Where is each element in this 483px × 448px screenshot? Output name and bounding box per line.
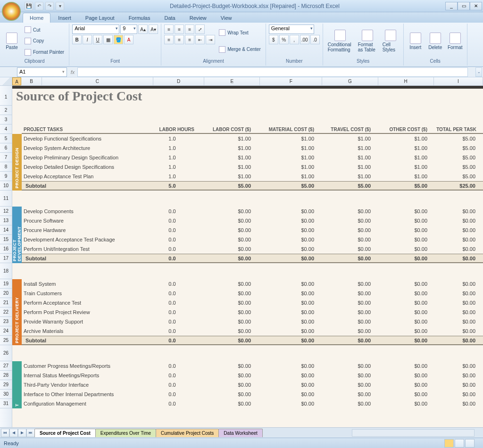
cell-mc[interactable]: $0.00 [255, 363, 318, 369]
col-header-A[interactable]: A [12, 77, 22, 85]
cell-oc[interactable]: $0.00 [375, 382, 431, 388]
cell-tc[interactable]: $0.00 [318, 256, 375, 261]
cell-lh[interactable]: 0.0 [146, 208, 198, 214]
cell-oc[interactable]: $0.00 [375, 227, 431, 233]
cell-task[interactable]: Internal Status Meetings/Reports [22, 373, 146, 378]
cell-oc[interactable]: $0.00 [375, 373, 431, 378]
merge-center-button[interactable]: Merge & Center [217, 46, 263, 53]
cell-lc[interactable]: LABOR COST ($) [198, 127, 255, 132]
cell-oc[interactable]: $1.00 [375, 174, 431, 179]
row-header[interactable]: 6 [0, 143, 12, 153]
cell-tc[interactable]: $0.00 [318, 338, 375, 343]
sheet-nav-prev[interactable]: ◀ [9, 429, 18, 437]
cell-lh[interactable]: 0.0 [146, 338, 198, 343]
cell-task[interactable]: Perform Post Project Review [22, 309, 146, 315]
cell-task[interactable]: Subtotal [22, 256, 146, 261]
cell-lh[interactable]: 1.0 [146, 145, 198, 151]
cell-task[interactable]: Provide Warranty Support [22, 319, 146, 324]
cell-mc[interactable]: $1.00 [255, 155, 318, 160]
cell-oc[interactable]: $1.00 [375, 136, 431, 141]
row-header[interactable]: 23 [0, 317, 12, 326]
cell-tot[interactable]: $5.00 [431, 136, 480, 141]
tab-insert[interactable]: Insert [51, 13, 78, 23]
cell-task[interactable]: Subtotal [22, 338, 146, 343]
cell-task[interactable]: Development Acceptance Test Package [22, 237, 146, 242]
cell-mc[interactable]: $0.00 [255, 237, 318, 242]
cell-task[interactable]: Develop System Architecture [22, 145, 146, 151]
save-icon[interactable]: 💾 [25, 2, 33, 10]
cell-tc[interactable]: $1.00 [318, 164, 375, 170]
cell-tot[interactable]: $0.00 [431, 309, 480, 315]
cell-oc[interactable]: $0.00 [375, 246, 431, 252]
cell-oc[interactable]: $0.00 [375, 208, 431, 214]
row-header[interactable]: 21 [0, 298, 12, 307]
insert-cells-button[interactable]: Insert [407, 25, 425, 58]
cell-oc[interactable]: $1.00 [375, 145, 431, 151]
format-as-table-button[interactable]: Format as Table [356, 25, 379, 58]
col-header-D[interactable]: D [153, 77, 204, 85]
cell-oc[interactable]: $0.00 [375, 300, 431, 306]
cell-oc[interactable]: $0.00 [375, 401, 431, 407]
row-header[interactable]: 22 [0, 307, 12, 317]
col-header-C[interactable]: C [42, 77, 153, 85]
cell-task[interactable]: Install System [22, 281, 146, 287]
cell-tc[interactable]: $0.00 [318, 382, 375, 388]
cell-tc[interactable]: $0.00 [318, 208, 375, 214]
grow-font-button[interactable]: A▴ [138, 25, 148, 34]
cell-tc[interactable]: $5.00 [318, 183, 375, 189]
cell-mc[interactable]: $0.00 [255, 300, 318, 306]
row-header[interactable]: 28 [0, 371, 12, 380]
cell-mc[interactable]: $0.00 [255, 256, 318, 261]
cell-tc[interactable]: $0.00 [318, 401, 375, 407]
cell-oc[interactable]: $1.00 [375, 155, 431, 160]
cell-mc[interactable]: $0.00 [255, 246, 318, 252]
cell-mc[interactable]: $0.00 [255, 281, 318, 287]
cell-lc[interactable]: $0.00 [198, 319, 255, 324]
cell-tot[interactable]: $0.00 [431, 338, 480, 343]
cell-tot[interactable]: $0.00 [431, 363, 480, 369]
format-painter-button[interactable]: Format Painter [23, 49, 66, 56]
format-cells-button[interactable]: Format [446, 25, 464, 58]
row-header[interactable]: 5 [0, 134, 12, 143]
cell-lc[interactable]: $1.00 [198, 136, 255, 141]
cell-mc[interactable]: $0.00 [255, 208, 318, 214]
sheet-tab[interactable]: Cumulative Project Costs [156, 429, 219, 437]
cell-mc[interactable]: $0.00 [255, 391, 318, 397]
sheet-nav-first[interactable]: ⏮ [1, 429, 9, 437]
row-header[interactable]: 1 [0, 89, 12, 106]
bold-button[interactable]: B [72, 35, 82, 44]
cell-mc[interactable]: $1.00 [255, 136, 318, 141]
cell-oc[interactable]: $5.00 [375, 183, 431, 189]
cell-lc[interactable]: $0.00 [198, 237, 255, 242]
cell-lh[interactable]: 0.0 [146, 281, 198, 287]
cell-tot[interactable]: $0.00 [431, 300, 480, 306]
fill-color-button[interactable]: 🪣 [114, 35, 123, 44]
cell-task[interactable]: Customer Progress Meetings/Reports [22, 363, 146, 369]
font-name-combo[interactable]: Arial [72, 25, 119, 34]
cell-oc[interactable]: $0.00 [375, 218, 431, 224]
cell-task[interactable]: Procure Software [22, 218, 146, 224]
cell-lh[interactable]: 1.0 [146, 174, 198, 179]
cell-task[interactable]: Archive Materials [22, 328, 146, 334]
cell-tot[interactable]: $5.00 [431, 155, 480, 160]
cell-oc[interactable]: $0.00 [375, 391, 431, 397]
cell-lh[interactable]: 0.0 [146, 319, 198, 324]
cell-lh[interactable]: LABOR HOURS [146, 127, 198, 132]
row-header[interactable]: 31 [0, 399, 12, 408]
cell-mc[interactable]: $0.00 [255, 382, 318, 388]
row-header[interactable]: 19 [0, 279, 12, 289]
row-header[interactable]: 9 [0, 172, 12, 181]
cell-lc[interactable]: $5.00 [198, 183, 255, 189]
cell-lh[interactable]: 1.0 [146, 155, 198, 160]
row-header[interactable]: 24 [0, 326, 12, 336]
cell-tot[interactable]: $0.00 [431, 391, 480, 397]
cell-tc[interactable]: $0.00 [318, 300, 375, 306]
cell-tc[interactable]: $1.00 [318, 136, 375, 141]
cell-task[interactable]: Train Customers [22, 290, 146, 296]
cell-task[interactable]: Develop Detailed Design Specifications [22, 164, 146, 170]
cell-lh[interactable]: 1.0 [146, 164, 198, 170]
cell-oc[interactable]: $0.00 [375, 309, 431, 315]
cell-tc[interactable]: $0.00 [318, 281, 375, 287]
cell-oc[interactable]: $0.00 [375, 338, 431, 343]
cell-tc[interactable]: $0.00 [318, 290, 375, 296]
